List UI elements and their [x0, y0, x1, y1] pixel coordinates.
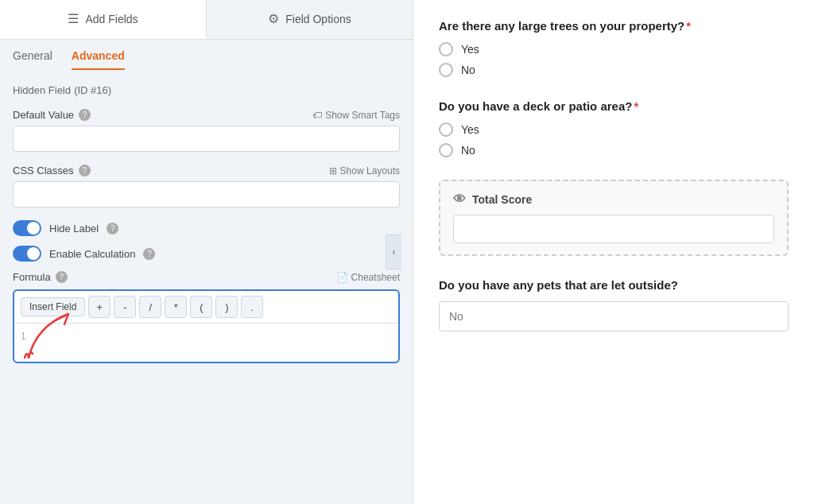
tab-field-options-label: Field Options [285, 13, 351, 25]
top-tabs: ☰ Add Fields ⚙ Field Options [0, 0, 413, 40]
sub-tab-general[interactable]: General [13, 49, 52, 70]
formula-editor[interactable]: 1 [14, 324, 398, 362]
enable-calculation-row: Enable Calculation ? [13, 246, 400, 262]
formula-group: Formula ? 📄 Cheatsheet Insert Field + - … [13, 271, 400, 363]
question-2-text: Do you have a deck or patio area?* [439, 99, 789, 113]
question-2-yes-label: Yes [461, 123, 479, 136]
tab-add-fields[interactable]: ☰ Add Fields [0, 0, 207, 39]
question-1-text: Are there any large trees on your proper… [439, 19, 789, 33]
field-options-icon: ⚙ [268, 11, 279, 26]
tab-add-fields-label: Add Fields [85, 13, 138, 25]
default-value-help-icon[interactable]: ? [79, 109, 91, 121]
question-2-yes-radio[interactable] [439, 122, 453, 137]
insert-field-button[interactable]: Insert Field [21, 297, 85, 316]
formula-open-paren-button[interactable]: ( [190, 296, 212, 318]
hide-label-toggle[interactable] [13, 220, 41, 236]
question-2-yes[interactable]: Yes [439, 122, 789, 137]
enable-calculation-toggle[interactable] [13, 246, 41, 262]
hide-label-row: Hide Label ? [13, 220, 400, 236]
question-1-no[interactable]: No [439, 63, 789, 77]
left-panel: ☰ Add Fields ⚙ Field Options General Adv… [0, 0, 413, 504]
cheatsheet-icon: 📄 [336, 272, 348, 283]
formula-plus-button[interactable]: + [88, 296, 110, 318]
formula-minus-button[interactable]: - [114, 296, 136, 318]
enable-calculation-help-icon[interactable]: ? [143, 248, 155, 260]
formula-divide-button[interactable]: / [139, 296, 161, 318]
formula-toolbar: Insert Field + - / * ( ) . [14, 291, 398, 324]
layouts-icon: ⊞ [329, 165, 337, 176]
formula-help-icon[interactable]: ? [56, 271, 68, 283]
hide-label-help-icon[interactable]: ? [107, 223, 118, 235]
default-value-label: Default Value ? [13, 109, 91, 121]
score-icon: 👁 [453, 192, 466, 207]
default-value-label-row: Default Value ? 🏷 Show Smart Tags [13, 109, 400, 121]
sub-tab-advanced[interactable]: Advanced [72, 49, 125, 70]
formula-dot-button[interactable]: . [241, 296, 263, 318]
css-classes-help-icon[interactable]: ? [79, 165, 91, 176]
cheatsheet-link[interactable]: 📄 Cheatsheet [336, 272, 400, 283]
css-classes-label-row: CSS Classes ? ⊞ Show Layouts [13, 165, 400, 176]
formula-multiply-button[interactable]: * [165, 296, 187, 318]
collapse-panel-button[interactable]: ‹ [386, 235, 401, 269]
pets-input[interactable] [439, 301, 789, 331]
tab-field-options[interactable]: ⚙ Field Options [207, 0, 413, 39]
field-title: Hidden Field (ID #16) [13, 83, 400, 96]
css-classes-label: CSS Classes ? [13, 165, 91, 176]
score-section: 👁 Total Score [439, 180, 789, 256]
question-1-yes-radio[interactable] [439, 42, 453, 56]
question-1-no-radio[interactable] [439, 63, 453, 77]
question-1-yes-label: Yes [461, 43, 479, 56]
question-2-no-label: No [461, 144, 475, 157]
question-1-block: Are there any large trees on your proper… [439, 19, 789, 77]
css-classes-group: CSS Classes ? ⊞ Show Layouts [13, 165, 400, 207]
show-smart-tags-link[interactable]: 🏷 Show Smart Tags [312, 110, 400, 121]
question-2-no-radio[interactable] [439, 143, 453, 157]
question-2-block: Do you have a deck or patio area?* Yes N… [439, 99, 789, 157]
panel-content: Hidden Field (ID #16) Default Value ? 🏷 … [0, 70, 413, 504]
question-1-yes[interactable]: Yes [439, 42, 789, 56]
question-1-required: * [686, 19, 691, 33]
smart-tags-icon: 🏷 [312, 110, 322, 121]
question-2-required: * [634, 99, 638, 113]
score-input[interactable] [453, 215, 774, 243]
hide-label-text: Hide Label [49, 223, 99, 235]
right-panel: Are there any large trees on your proper… [413, 0, 814, 504]
default-value-input[interactable] [13, 126, 400, 152]
css-classes-input[interactable] [13, 181, 400, 207]
default-value-group: Default Value ? 🏷 Show Smart Tags [13, 109, 400, 152]
formula-line-number: 1 [21, 331, 26, 342]
formula-close-paren-button[interactable]: ) [215, 296, 238, 318]
score-title: Total Score [472, 193, 532, 206]
formula-label: Formula ? [13, 271, 68, 283]
sub-tabs: General Advanced [0, 40, 413, 70]
add-fields-icon: ☰ [68, 11, 79, 26]
field-id: (ID #16) [74, 84, 111, 96]
enable-calculation-text: Enable Calculation [49, 248, 135, 260]
formula-label-row: Formula ? 📄 Cheatsheet [13, 271, 400, 283]
question-3-block: Do you have any pets that are let outsid… [439, 278, 789, 331]
question-1-no-label: No [461, 64, 475, 76]
show-layouts-link[interactable]: ⊞ Show Layouts [329, 165, 400, 176]
score-header: 👁 Total Score [453, 192, 774, 207]
question-2-no[interactable]: No [439, 143, 789, 157]
formula-box: Insert Field + - / * ( ) . 1 [13, 289, 400, 363]
question-3-text: Do you have any pets that are let outsid… [439, 278, 789, 292]
